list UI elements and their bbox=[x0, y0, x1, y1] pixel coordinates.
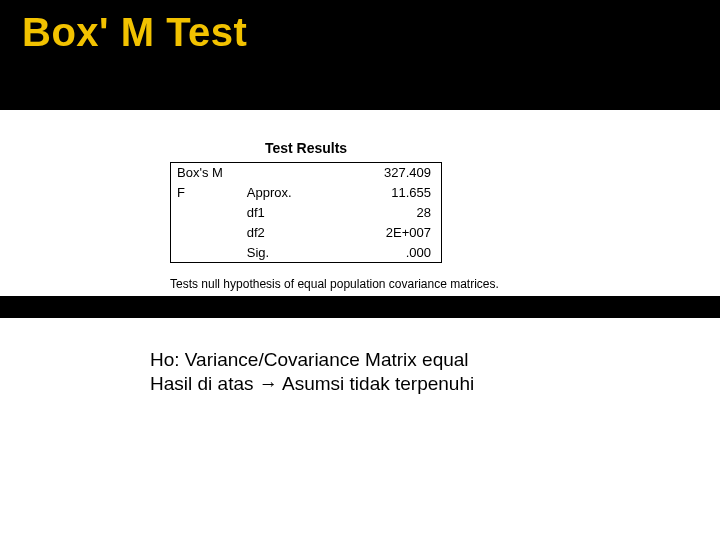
slide-title: Box' M Test bbox=[22, 10, 698, 55]
cell-value: 327.409 bbox=[331, 163, 441, 183]
cell-label: Approx. bbox=[241, 183, 331, 203]
arrow-icon: → bbox=[259, 372, 278, 396]
cell-label: Sig. bbox=[241, 243, 331, 263]
cell-label: df1 bbox=[241, 203, 331, 223]
table-row: df1 28 bbox=[171, 203, 442, 223]
hypothesis-notes: Ho: Variance/Covariance Matrix equal Has… bbox=[150, 348, 474, 396]
title-bar: Box' M Test bbox=[0, 0, 720, 110]
table-row: Sig. .000 bbox=[171, 243, 442, 263]
table-row: Box's M 327.409 bbox=[171, 163, 442, 183]
cell-value: .000 bbox=[331, 243, 441, 263]
note-line: Ho: Variance/Covariance Matrix equal bbox=[150, 348, 474, 372]
note-text: Hasil di atas bbox=[150, 373, 259, 394]
cell-label bbox=[171, 243, 241, 263]
table-footnote: Tests null hypothesis of equal populatio… bbox=[170, 277, 590, 291]
cell-label: F bbox=[171, 183, 241, 203]
cell-label: Box's M bbox=[171, 163, 241, 183]
table-title: Test Results bbox=[170, 140, 442, 156]
cell-value: 2E+007 bbox=[331, 223, 441, 243]
cell-label bbox=[171, 203, 241, 223]
cell-value: 28 bbox=[331, 203, 441, 223]
cell-label bbox=[171, 223, 241, 243]
note-text: Asumsi tidak terpenuhi bbox=[278, 373, 474, 394]
content-area: Test Results Box's M 327.409 F Approx. 1… bbox=[0, 110, 720, 291]
black-overlay-bar bbox=[0, 296, 720, 318]
cell-value: 11.655 bbox=[331, 183, 441, 203]
results-table: Box's M 327.409 F Approx. 11.655 df1 28 … bbox=[170, 162, 442, 263]
table-row: F Approx. 11.655 bbox=[171, 183, 442, 203]
cell-label bbox=[241, 163, 331, 183]
note-line: Hasil di atas → Asumsi tidak terpenuhi bbox=[150, 372, 474, 396]
cell-label: df2 bbox=[241, 223, 331, 243]
table-row: df2 2E+007 bbox=[171, 223, 442, 243]
